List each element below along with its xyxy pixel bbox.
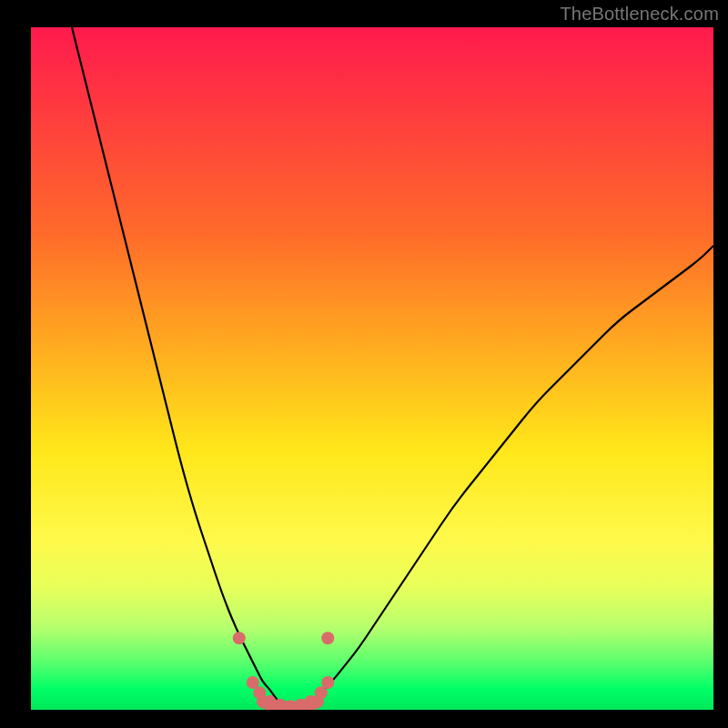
chart-svg	[31, 27, 713, 710]
watermark-text: TheBottleneck.com	[560, 4, 719, 25]
curve-right-curve	[304, 246, 713, 706]
marker-dot	[321, 676, 334, 689]
marker-dot	[321, 632, 334, 644]
marker-layer	[233, 632, 335, 710]
marker-dot	[305, 695, 318, 708]
plot-area	[31, 27, 713, 710]
chart-frame: TheBottleneck.com	[0, 0, 728, 728]
marker-dot	[233, 632, 246, 644]
series-layer	[72, 27, 713, 706]
curve-left-curve	[72, 27, 284, 706]
marker-dot	[253, 686, 266, 699]
